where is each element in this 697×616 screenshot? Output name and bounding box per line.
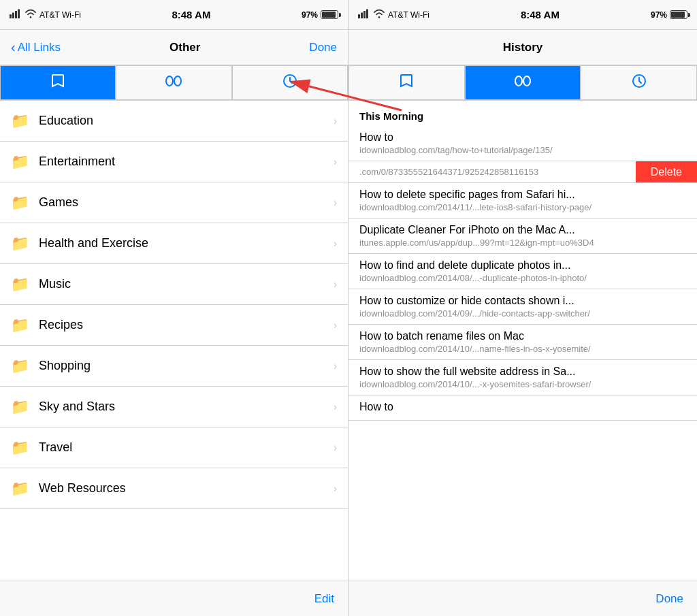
list-item[interactable]: 📁 Travel › — [0, 427, 348, 468]
left-nav-title: Other — [169, 41, 200, 54]
svg-point-4 — [166, 76, 173, 86]
folder-icon: 📁 — [11, 357, 29, 375]
history-item[interactable]: Duplicate Cleaner For iPhoto on the Mac … — [348, 218, 697, 254]
svg-rect-3 — [18, 10, 20, 19]
history-list: This Morning How to idownloadblog.com/ta… — [348, 101, 697, 581]
list-item[interactable]: 📁 Education › — [0, 101, 348, 142]
svg-rect-2 — [15, 11, 17, 18]
list-item[interactable]: 📁 Music › — [0, 264, 348, 305]
history-item-url: itunes.apple.com/us/app/dup...99?mt=12&i… — [359, 238, 686, 248]
folder-icon: 📁 — [11, 153, 29, 171]
history-item-title: How to delete specific pages from Safari… — [359, 189, 686, 201]
chevron-icon: › — [334, 319, 337, 331]
chevron-icon: › — [334, 401, 337, 413]
chevron-icon: › — [334, 360, 337, 372]
chevron-icon: › — [334, 115, 337, 127]
history-item[interactable]: How to batch rename files on Mac idownlo… — [348, 325, 697, 360]
right-bottom-bar: Done — [348, 581, 697, 616]
left-battery-icon — [321, 10, 338, 19]
left-nav-bar: ‹ All Links Other Done — [0, 30, 348, 65]
svg-point-5 — [174, 76, 181, 86]
left-carrier: AT&T Wi-Fi — [10, 9, 81, 20]
delete-button[interactable]: Delete — [636, 161, 697, 182]
section-header-text: This Morning — [359, 110, 423, 122]
history-item[interactable]: How to delete specific pages from Safari… — [348, 183, 697, 218]
list-item[interactable]: 📁 Recipes › — [0, 305, 348, 346]
folder-icon: 📁 — [11, 194, 29, 212]
left-toolbar — [0, 65, 348, 101]
left-bottom-bar: Edit — [0, 581, 348, 616]
chevron-icon: › — [334, 278, 337, 291]
history-item-title: How to batch rename files on Mac — [359, 330, 686, 342]
right-nav-bar: History — [348, 30, 697, 65]
swiped-content: .com/0/873355521644371/925242858116153 — [348, 161, 636, 182]
folder-icon: 📁 — [11, 439, 29, 457]
left-tab-history[interactable] — [232, 65, 348, 100]
left-battery: 97% — [302, 10, 338, 20]
edit-button[interactable]: Edit — [314, 592, 334, 606]
right-tab-reading-list[interactable] — [465, 65, 581, 100]
list-item[interactable]: 📁 Web Resources › — [0, 468, 348, 509]
left-back-chevron: ‹ — [11, 39, 16, 55]
item-label: Recipes — [39, 318, 324, 332]
left-tab-reading-list[interactable] — [116, 65, 231, 100]
item-label: Games — [39, 195, 324, 210]
chevron-icon: › — [334, 197, 337, 209]
right-battery-fill — [671, 12, 685, 18]
left-back-label[interactable]: All Links — [18, 41, 61, 54]
right-tab-history[interactable] — [581, 65, 697, 100]
history-item[interactable]: How to idownloadblog.com/tag/how-to+tuto… — [348, 126, 697, 161]
history-item-url: .com/0/873355521644371/925242858116153 — [359, 167, 625, 177]
svg-rect-1 — [12, 13, 14, 19]
right-reading-icon — [514, 75, 532, 91]
history-item[interactable]: How to customize or hide contacts shown … — [348, 289, 697, 325]
history-item[interactable]: How to — [348, 395, 697, 421]
right-wifi-icon — [373, 9, 385, 20]
folder-icon: 📁 — [11, 235, 29, 253]
left-battery-fill — [322, 12, 336, 18]
right-tab-bookmarks[interactable] — [348, 65, 465, 100]
left-battery-percent: 97% — [302, 10, 318, 20]
chevron-icon: › — [334, 442, 337, 454]
svg-rect-9 — [363, 11, 366, 18]
history-item[interactable]: How to show the full website address in … — [348, 360, 697, 395]
history-item-url: idownloadblog.com/2014/10/...-x-yosemite… — [359, 379, 686, 389]
list-item[interactable]: 📁 Entertainment › — [0, 142, 348, 182]
history-item-url: idownloadblog.com/2014/08/...-duplicate-… — [359, 273, 686, 283]
left-bookmarks-icon — [49, 72, 67, 93]
list-item[interactable]: 📁 Shopping › — [0, 346, 348, 387]
list-item[interactable]: 📁 Sky and Stars › — [0, 387, 348, 427]
item-label: Travel — [39, 440, 324, 455]
right-history-icon — [630, 72, 648, 93]
history-item-swiped[interactable]: .com/0/873355521644371/925242858116153 D… — [348, 161, 697, 183]
left-time: 8:48 AM — [172, 9, 210, 20]
list-item[interactable]: 📁 Games › — [0, 182, 348, 223]
right-time: 8:48 AM — [521, 9, 560, 20]
folder-icon: 📁 — [11, 480, 29, 498]
left-back-button[interactable]: ‹ All Links — [11, 39, 61, 55]
history-item-url: idownloadblog.com/2014/11/...lete-ios8-s… — [359, 202, 686, 212]
item-label: Sky and Stars — [39, 400, 324, 414]
history-item-title: Duplicate Cleaner For iPhoto on the Mac … — [359, 224, 686, 236]
history-item-title: How to — [359, 401, 686, 413]
history-item-url: idownloadblog.com/tag/how-to+tutorial/pa… — [359, 145, 686, 155]
right-panel: AT&T Wi-Fi 8:48 AM 97% History — [348, 0, 697, 616]
left-tab-bookmarks[interactable] — [0, 65, 116, 100]
right-battery-icon — [670, 10, 687, 19]
left-list: 📁 Education › 📁 Entertainment › 📁 Games … — [0, 101, 348, 581]
right-status-bar: AT&T Wi-Fi 8:48 AM 97% — [348, 0, 697, 30]
item-label: Web Resources — [39, 481, 324, 496]
list-item[interactable]: 📁 Health and Exercise › — [0, 223, 348, 264]
right-done-button[interactable]: Done — [655, 592, 683, 606]
history-item-title: How to find and delete duplicate photos … — [359, 259, 686, 272]
svg-point-11 — [515, 76, 522, 86]
history-item-url: idownloadblog.com/2014/09/.../hide-conta… — [359, 308, 686, 319]
history-item[interactable]: How to find and delete duplicate photos … — [348, 254, 697, 289]
left-done-button[interactable]: Done — [309, 41, 337, 54]
item-label: Education — [39, 114, 324, 128]
svg-point-12 — [523, 76, 530, 86]
wifi-icon — [25, 9, 37, 20]
svg-rect-0 — [10, 14, 12, 18]
right-carrier: AT&T Wi-Fi — [358, 9, 429, 20]
signal-icon — [10, 9, 22, 20]
